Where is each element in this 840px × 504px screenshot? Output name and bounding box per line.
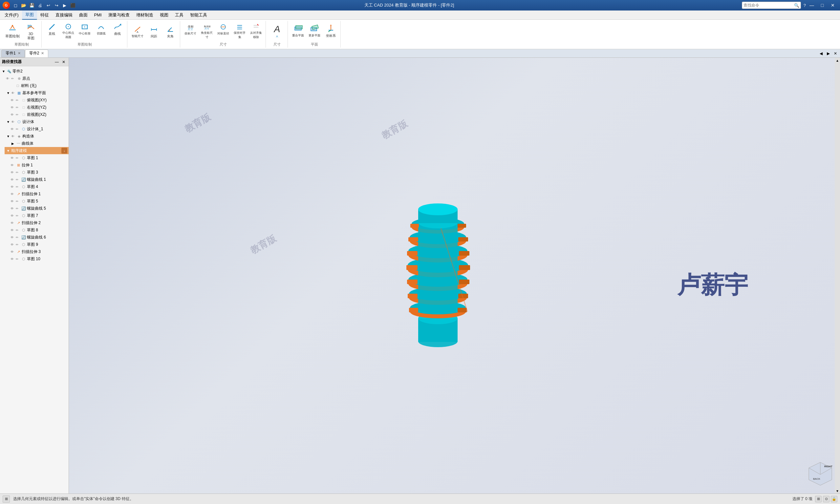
- nav-cube[interactable]: RIGHT BACK: [807, 461, 834, 487]
- tree-plane-xy-pencil[interactable]: ✏: [16, 98, 20, 102]
- panel-pin-btn[interactable]: —: [54, 59, 60, 65]
- tree-construct-eye[interactable]: 👁: [11, 134, 16, 138]
- menu-view[interactable]: 视图: [157, 11, 172, 19]
- tree-plane-xz-eye[interactable]: 👁: [11, 113, 15, 116]
- tree-origin-pencil[interactable]: ✏: [11, 77, 16, 80]
- tree-root[interactable]: ▼ 🔩 零件2: [0, 68, 69, 75]
- undo-btn[interactable]: ↩: [44, 2, 52, 9]
- tree-helix1[interactable]: 👁 ✏ 🔄 螺旋曲线 1: [9, 176, 69, 183]
- minimize-btn[interactable]: —: [807, 2, 816, 9]
- tree-plane-xy[interactable]: 👁 ✏ □ 俯视图(XY): [9, 96, 69, 104]
- menu-file[interactable]: 文件(F): [1, 11, 22, 19]
- coord-sys-btn[interactable]: 坐标系: [323, 22, 338, 40]
- search-input[interactable]: [744, 3, 793, 7]
- tree-extrude1[interactable]: 👁 ⊞ 拉伸 1: [9, 161, 69, 169]
- tree-curve-body-toggle[interactable]: ▶: [11, 142, 15, 145]
- menu-surface[interactable]: 曲面: [76, 11, 91, 19]
- tree-plane-xy-eye[interactable]: 👁: [11, 98, 15, 102]
- doc-nav-prev[interactable]: ◀: [818, 50, 824, 57]
- distance-btn[interactable]: 间距: [146, 24, 161, 43]
- doc-nav-next[interactable]: ▶: [825, 50, 832, 57]
- tree-sketch10-eye[interactable]: 👁: [11, 257, 15, 261]
- tree-plane-xz[interactable]: 👁 ✏ □ 前视图(XZ): [9, 111, 69, 118]
- tree-design-body-1-eye[interactable]: 👁: [11, 127, 15, 131]
- tree-helix1-pencil[interactable]: ✏: [16, 178, 20, 181]
- tree-sketch4-pencil[interactable]: ✏: [16, 185, 20, 189]
- tree-root-toggle[interactable]: ▼: [1, 70, 6, 73]
- tree-sketch7[interactable]: 👁 ✏ ⬡ 草图 7: [9, 212, 69, 219]
- tree-design-body[interactable]: ▼ 👁 ⬡ 设计体: [5, 118, 69, 125]
- tree-sweep3[interactable]: 👁 ↗ 扫描拉伸 3: [9, 248, 69, 255]
- help-btn[interactable]: ?: [804, 3, 806, 8]
- tree-curve-body[interactable]: ▶ 〰 曲线体: [9, 140, 69, 147]
- menu-pmi[interactable]: PMI: [91, 11, 105, 19]
- save-btn[interactable]: 💾: [28, 2, 35, 9]
- tree-sketch4[interactable]: 👁 ✏ ⬡ 草图 4: [9, 183, 69, 190]
- menu-direct-edit[interactable]: 直接编辑: [52, 11, 76, 19]
- tree-sketch10-pencil[interactable]: ✏: [16, 257, 20, 261]
- tree-construct[interactable]: ▼ 👁 ◈ 构造体: [5, 132, 69, 140]
- tree-sketch5[interactable]: 👁 ✏ ⬡ 草图 5: [9, 198, 69, 205]
- scroll-up[interactable]: ▲: [835, 58, 840, 63]
- coincide-plane-btn[interactable]: 重合平面: [290, 22, 306, 40]
- menu-feature[interactable]: 特征: [37, 11, 52, 19]
- tree-origin[interactable]: 👁 ✏ ⊕ 原点: [5, 75, 69, 82]
- tree-sketch8[interactable]: 👁 ✏ ⬡ 草图 8: [9, 227, 69, 234]
- tree-sweep2[interactable]: 👁 ↗ 扫描拉伸 2: [9, 219, 69, 227]
- tree-sketch4-eye[interactable]: 👁: [11, 185, 15, 189]
- tree-sketch7-eye[interactable]: 👁: [11, 214, 15, 218]
- panel-close-btn[interactable]: ✕: [61, 59, 67, 65]
- lock-icon[interactable]: 🔒: [831, 496, 837, 502]
- new-btn[interactable]: ◻: [12, 2, 19, 9]
- tree-base-planes[interactable]: ▼ 👁 ▦ 基本参考平面: [5, 89, 69, 96]
- circle-btn[interactable]: 中心和点画圆: [61, 22, 76, 40]
- tree-design-body-1[interactable]: 👁 ✏ ⬡ 设计体_1: [9, 125, 69, 132]
- tab-part1[interactable]: 零件1 ✕: [1, 50, 25, 57]
- maximize-btn[interactable]: □: [818, 2, 827, 9]
- tree-sketch5-pencil[interactable]: ✏: [16, 199, 20, 203]
- curve-btn[interactable]: 曲线: [110, 22, 125, 40]
- menu-tools[interactable]: 工具: [172, 11, 187, 19]
- tree-sweep3-eye[interactable]: 👁: [11, 250, 15, 254]
- tree-origin-eye[interactable]: 👁: [6, 77, 11, 80]
- scroll-down[interactable]: ▼: [835, 488, 840, 493]
- menu-measure[interactable]: 测量与检查: [105, 11, 133, 19]
- tree-helix6[interactable]: 👁 ✏ 🔄 螺旋曲线 6: [9, 234, 69, 241]
- doc-nav-close[interactable]: ✕: [832, 50, 839, 57]
- run-btn[interactable]: ▶: [61, 2, 68, 9]
- tree-base-planes-eye[interactable]: 👁: [11, 91, 16, 95]
- angle-dim-btn[interactable]: 角坐标尺寸 角坐标尺寸: [199, 22, 214, 40]
- keep-align-btn[interactable]: 保持对齐集: [232, 22, 247, 40]
- grid-icon[interactable]: ⊞: [815, 496, 822, 502]
- tree-helix6-pencil[interactable]: ✏: [16, 236, 20, 239]
- coord-dim-btn[interactable]: 坐标尺寸 坐标尺寸: [183, 22, 198, 40]
- tab-part2-close[interactable]: ✕: [41, 51, 44, 55]
- tab-part2[interactable]: 零件2 ✕: [25, 50, 49, 57]
- more-plane-btn[interactable]: 更多平面: [307, 22, 322, 40]
- tree-sketch3-eye[interactable]: 👁: [11, 170, 15, 174]
- close-btn[interactable]: ✕: [828, 2, 837, 9]
- tree-helix5-pencil[interactable]: ✏: [16, 207, 20, 210]
- tree-base-planes-toggle[interactable]: ▼: [6, 91, 11, 95]
- smart-dim-btn[interactable]: A 智能尺寸: [130, 24, 145, 43]
- tree-sketch8-pencil[interactable]: ✏: [16, 228, 20, 232]
- snap-icon[interactable]: ⊙: [823, 496, 829, 502]
- v-scrollbar[interactable]: ▲ ▼: [835, 58, 840, 493]
- tree-extrude1-eye[interactable]: 👁: [11, 163, 15, 167]
- tree-helix5[interactable]: 👁 ✏ 🔄 螺旋曲线 5: [9, 205, 69, 212]
- tree-sketch9-pencil[interactable]: ✏: [16, 243, 20, 247]
- 3d-sketch-btn[interactable]: 3D 3D草图: [22, 21, 39, 41]
- tree-material[interactable]: □ 材料 (无): [5, 82, 69, 89]
- tree-seq-model[interactable]: ▼ 顺序建模 ↓: [5, 147, 69, 154]
- tree-sketch1-pencil[interactable]: ✏: [16, 156, 20, 160]
- tree-container[interactable]: ▼ 🔩 零件2 👁 ✏ ⊕ 原点 □ 材料 (无) ▼ 👁 ▦ 基本参: [0, 66, 69, 493]
- tree-sketch8-eye[interactable]: 👁: [11, 228, 15, 232]
- tree-sketch7-pencil[interactable]: ✏: [16, 214, 20, 218]
- text-dim-btn[interactable]: A A: [269, 21, 286, 41]
- menu-additive[interactable]: 增材制造: [133, 11, 157, 19]
- tree-construct-toggle[interactable]: ▼: [6, 134, 11, 138]
- tree-sketch10[interactable]: 👁 ✏ ⬡ 草图 10: [9, 255, 69, 263]
- menu-smart[interactable]: 智能工具: [187, 11, 210, 19]
- tree-sketch3[interactable]: 👁 ✏ ⬡ 草图 3: [9, 169, 69, 176]
- arc-btn[interactable]: 切圆弧: [93, 22, 109, 40]
